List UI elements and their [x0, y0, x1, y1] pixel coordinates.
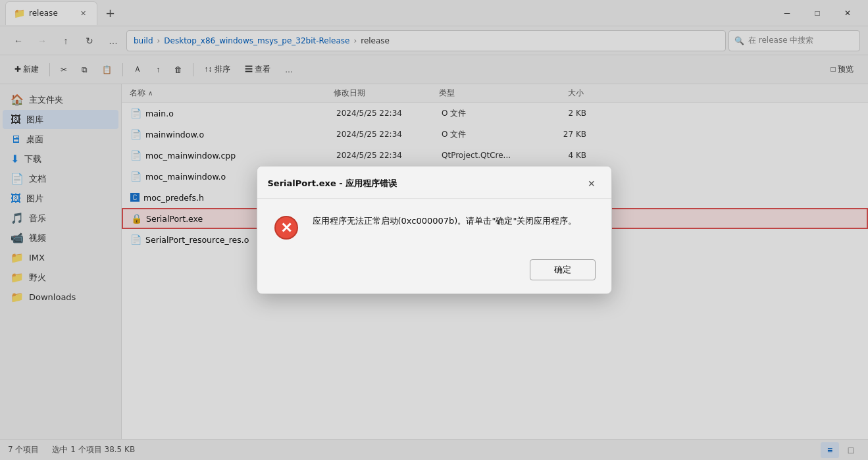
error-dialog: SerialPort.exe - 应用程序错误 ✕ ✕ 应用程序无法正常启动(0… [257, 166, 612, 294]
dialog-footer: 确定 [257, 251, 611, 294]
dialog-title: SerialPort.exe - 应用程序错误 [268, 178, 397, 190]
dialog-body: ✕ 应用程序无法正常启动(0xc000007b)。请单击"确定"关闭应用程序。 [257, 199, 611, 251]
dialog-title-bar: SerialPort.exe - 应用程序错误 ✕ [257, 166, 611, 199]
dialog-overlay: SerialPort.exe - 应用程序错误 ✕ ✕ 应用程序无法正常启动(0… [0, 0, 868, 460]
error-icon: ✕ [273, 215, 299, 241]
svg-text:✕: ✕ [280, 220, 292, 236]
dialog-message: 应用程序无法正常启动(0xc000007b)。请单击"确定"关闭应用程序。 [313, 215, 596, 228]
dialog-ok-button[interactable]: 确定 [530, 259, 596, 280]
dialog-close-button[interactable]: ✕ [582, 174, 601, 193]
